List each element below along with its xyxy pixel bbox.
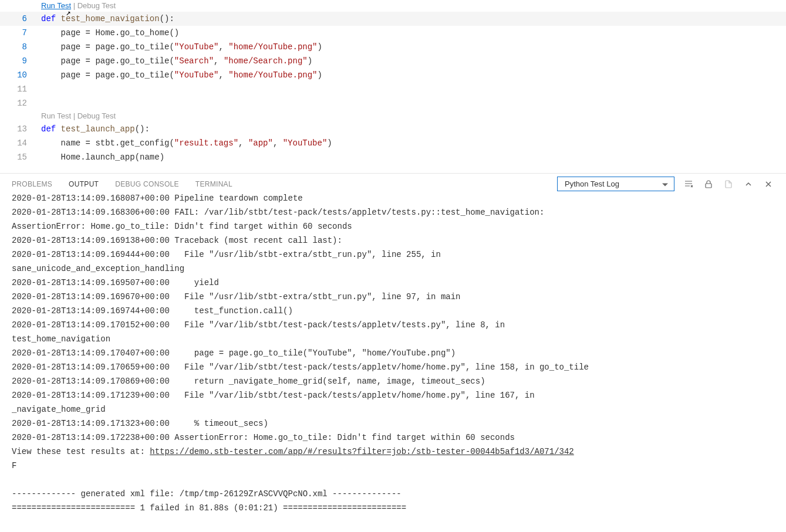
tab-output[interactable]: OUTPUT (69, 175, 99, 193)
run-test-link[interactable]: Run Test (41, 111, 71, 120)
panel-actions: Python Test Log (557, 177, 774, 191)
svg-rect-0 (706, 184, 711, 188)
code-line[interactable]: 7 page = Home.go_to_home() (0, 26, 786, 40)
line-number: 6 (0, 12, 41, 26)
code-line[interactable]: 15 Home.launch_app(name) (0, 150, 786, 164)
line-content: def test_home_navigation(): (41, 12, 786, 26)
code-line[interactable]: 11 (0, 82, 786, 96)
result-prefix: View these test results at: (12, 447, 150, 456)
line-content: Home.launch_app(name) (41, 150, 786, 164)
line-number: 10 (0, 68, 41, 82)
output-channel-value: Python Test Log (565, 179, 619, 188)
code-line[interactable]: 14 name = stbt.get_config("result.tags",… (0, 136, 786, 150)
code-line[interactable]: 8 page = page.go_to_tile("YouTube", "hom… (0, 40, 786, 54)
codelens: Run Test | Debug Test (0, 0, 786, 12)
line-content: def test_launch_app(): (41, 122, 786, 136)
output-content[interactable]: 2020-01-28T13:14:09.168087+00:00 Pipelin… (0, 191, 786, 529)
line-number: 8 (0, 40, 41, 54)
line-number: 13 (0, 122, 41, 136)
line-number: 15 (0, 150, 41, 164)
bottom-panel: PROBLEMS OUTPUT DEBUG CONSOLE TERMINAL P… (0, 173, 786, 532)
open-file-icon[interactable] (723, 178, 734, 190)
code-line[interactable]: 6def test_home_navigation(): (0, 12, 786, 26)
clear-output-icon[interactable] (683, 178, 694, 190)
code-line[interactable]: 10 page = page.go_to_tile("YouTube", "ho… (0, 68, 786, 82)
line-content: page = Home.go_to_home() (41, 26, 786, 40)
line-content: page = page.go_to_tile("Search", "home/S… (41, 54, 786, 68)
codelens: Run Test | Debug Test (0, 110, 786, 122)
editor-pane: Run Test | Debug Test↖6def test_home_nav… (0, 0, 786, 173)
line-number: 9 (0, 54, 41, 68)
line-content: page = page.go_to_tile("YouTube", "home/… (41, 40, 786, 54)
line-number: 7 (0, 26, 41, 40)
codelens-separator: | (71, 1, 77, 10)
close-panel-icon[interactable] (763, 178, 774, 190)
code-line[interactable]: 12 (0, 96, 786, 110)
line-number: 12 (0, 96, 41, 110)
collapse-panel-icon[interactable] (743, 178, 754, 190)
debug-test-link[interactable]: Debug Test (77, 1, 116, 10)
line-number: 11 (0, 82, 41, 96)
code-line[interactable]: 13def test_launch_app(): (0, 122, 786, 136)
result-link[interactable]: https://demo.stb-tester.com/app/#/result… (150, 447, 574, 456)
tab-debug-console[interactable]: DEBUG CONSOLE (115, 175, 179, 193)
line-number: 14 (0, 136, 41, 150)
run-test-link[interactable]: Run Test (41, 1, 71, 10)
tab-problems[interactable]: PROBLEMS (12, 175, 52, 193)
codelens-separator: | (71, 111, 77, 120)
lock-scroll-icon[interactable] (703, 178, 714, 190)
line-content: page = page.go_to_tile("YouTube", "home/… (41, 68, 786, 82)
tab-terminal[interactable]: TERMINAL (195, 175, 232, 193)
output-channel-select[interactable]: Python Test Log (557, 177, 674, 191)
code-line[interactable]: 9 page = page.go_to_tile("Search", "home… (0, 54, 786, 68)
line-content: name = stbt.get_config("result.tags", "a… (41, 136, 786, 150)
debug-test-link[interactable]: Debug Test (77, 111, 116, 120)
panel-tabs: PROBLEMS OUTPUT DEBUG CONSOLE TERMINAL (12, 175, 232, 193)
